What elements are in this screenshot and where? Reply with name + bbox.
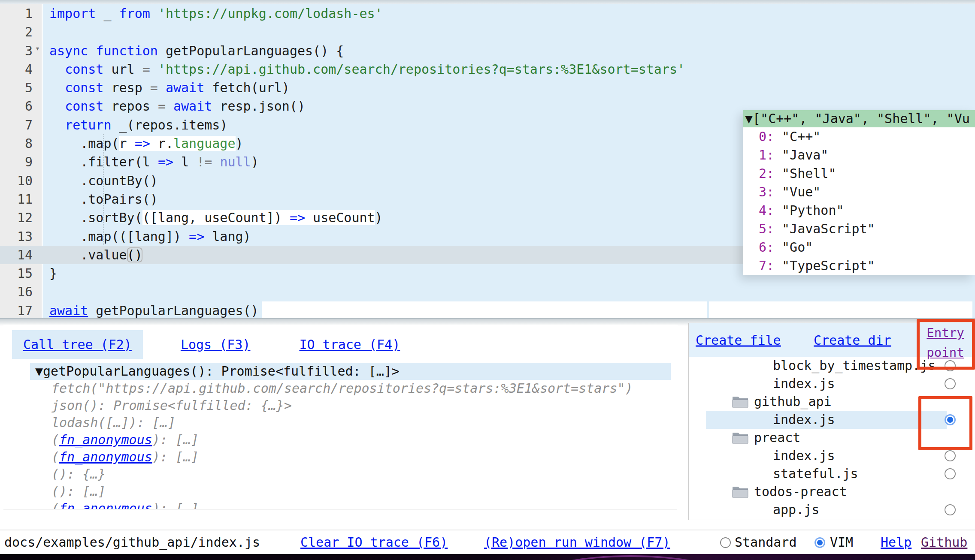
folder-name: preact (754, 429, 800, 447)
standard-mode-radio[interactable] (720, 537, 731, 548)
token: null (220, 154, 251, 169)
token: .countBy() (49, 173, 158, 188)
call-tree-row[interactable]: (): […] (3, 483, 677, 500)
inspector-item-value: "C++" (774, 129, 821, 144)
inspector-item[interactable]: 7: "TypeScript" (743, 256, 975, 275)
token: await (173, 99, 212, 114)
entry-point-radio[interactable] (945, 504, 956, 515)
file-row-index-js[interactable]: index.js (689, 375, 975, 393)
call-tree-row[interactable]: (): {…} (3, 466, 677, 483)
file-name: stateful.js (773, 465, 858, 483)
inspector-item[interactable]: 6: "Go" (743, 238, 975, 256)
code-line-2[interactable]: 2 (0, 23, 975, 41)
create-file-button[interactable]: Create file (696, 332, 781, 347)
code-text: .value() (49, 247, 142, 262)
line-number: 2 (0, 23, 33, 41)
file-name: index.js (773, 375, 835, 393)
line-number: 11 (0, 190, 33, 208)
call-tree-text: json(): Promise<fulfilled: {…}> (51, 398, 292, 413)
call-tree-row[interactable]: fetch("https://api.github.com/search/rep… (3, 380, 677, 397)
token (49, 117, 65, 132)
token: repos (103, 99, 157, 114)
token: } (49, 266, 57, 281)
inspector-item-value: "TypeScript" (774, 258, 875, 273)
inspector-item-index: 2: (743, 164, 774, 183)
entry-point-radio[interactable] (945, 378, 956, 389)
code-line-17[interactable]: 17await getPopularLanguages() (0, 301, 975, 318)
token: _(repos.items) (112, 117, 228, 132)
call-tree-row[interactable]: ▼getPopularLanguages(): Promise<fulfille… (30, 363, 671, 380)
bottom-edge-arc (541, 555, 721, 560)
call-tree-row[interactable]: (fn_anonymous): […] (3, 431, 677, 449)
standard-mode-label: Standard (735, 530, 797, 554)
token: await (49, 303, 88, 318)
fn-anonymous-link[interactable]: fn_anonymous (59, 501, 152, 509)
current-file-path: docs/examples/github_api/index.js (4, 530, 260, 554)
inspector-item[interactable]: 4: "Python" (743, 201, 975, 220)
token: = (150, 80, 158, 95)
call-tree-row[interactable]: (fn_anonymous): […] (3, 449, 677, 466)
fn-anonymous-link[interactable]: fn_anonymous (59, 432, 152, 447)
file-row-app-js[interactable]: app.js (689, 501, 975, 519)
clear-io-trace-button[interactable]: Clear IO trace (F6) (300, 530, 448, 554)
token: .sortBy( (49, 210, 142, 225)
inspector-item[interactable]: 2: "Shell" (743, 164, 975, 183)
inspector-item[interactable]: 5: "JavaScript" (743, 220, 975, 238)
entry-point-radio[interactable] (945, 468, 956, 479)
code-line-5[interactable]: 5 const resp = await fetch(url) (0, 78, 975, 97)
token: const (65, 62, 103, 77)
token: function (96, 43, 158, 58)
code-line-1[interactable]: 1import _ from 'https://unpkg.com/lodash… (0, 4, 975, 23)
line-number: 12 (0, 208, 33, 227)
entry-point-radio[interactable] (945, 450, 956, 461)
token: .toPairs() (49, 192, 158, 207)
line-number: 1 (0, 4, 33, 23)
token: async (49, 43, 88, 58)
file-row-todos-preact[interactable]: todos-preact (689, 483, 975, 501)
inspector-item[interactable]: 3: "Vue" (743, 183, 975, 201)
file-row-stateful-js[interactable]: stateful.js (689, 465, 975, 483)
inspector-item-index: 0: (743, 127, 774, 146)
tab-call-tree-f2-[interactable]: Call tree (F2) (12, 330, 143, 359)
token: .value (49, 247, 127, 262)
code-text: .toPairs() (49, 192, 158, 207)
help-link[interactable]: Help (881, 530, 911, 554)
token (150, 6, 158, 21)
reopen-run-window-button[interactable]: (Re)open run window (F7) (484, 530, 670, 554)
create-dir-button[interactable]: Create dir (814, 332, 891, 347)
code-editor[interactable]: 1import _ from 'https://unpkg.com/lodash… (0, 0, 975, 318)
call-tree-row[interactable]: (fn_anonymous): […] (3, 500, 677, 509)
code-line-4[interactable]: 4 const url = 'https://api.github.com/se… (0, 60, 975, 78)
fn-anonymous-link[interactable]: fn_anonymous (59, 449, 152, 464)
tab-logs-f3-[interactable]: Logs (F3) (170, 330, 262, 359)
token: l (173, 154, 197, 169)
token: ) (236, 136, 243, 151)
call-tree-text: ): […] (152, 432, 199, 447)
token: .filter(l (49, 154, 158, 169)
line-number: 6 (0, 97, 33, 115)
file-row-index-html[interactable]: index.html (689, 519, 975, 520)
annotation-box-selected-radio (918, 396, 972, 450)
code-line-3[interactable]: 3▾async function getPopularLanguages() { (0, 42, 975, 60)
token: url (103, 62, 142, 77)
github-link[interactable]: Github (921, 530, 967, 554)
fold-arrow-icon[interactable]: ▾ (35, 45, 40, 52)
call-tree-row[interactable]: lodash([…]): […] (3, 414, 677, 431)
call-tree-text: ( (51, 449, 59, 464)
inspector-array-header[interactable]: ▼["C++", "Java", "Shell", "Vu (743, 110, 975, 127)
call-tree-row[interactable]: json(): Promise<fulfilled: {…}> (3, 397, 677, 414)
line-number: 9 (0, 153, 33, 171)
token: const (65, 99, 103, 114)
token (150, 62, 158, 77)
tab-io-trace-f4-[interactable]: IO trace (F4) (288, 330, 411, 359)
code-line-16[interactable]: 16 (0, 283, 975, 301)
vim-mode-radio[interactable] (815, 537, 825, 548)
inspector-item[interactable]: 0: "C++" (743, 127, 975, 146)
token: != (197, 154, 212, 169)
token: fetch(url) (204, 80, 290, 95)
token (49, 80, 65, 95)
inspector-item-value: "Vue" (774, 184, 821, 199)
inspector-item[interactable]: 1: "Java" (743, 146, 975, 164)
value-inspector: ▼["C++", "Java", "Shell", "Vu 0: "C++"1:… (743, 110, 975, 275)
inspector-item-value: "JavaScript" (774, 221, 875, 236)
